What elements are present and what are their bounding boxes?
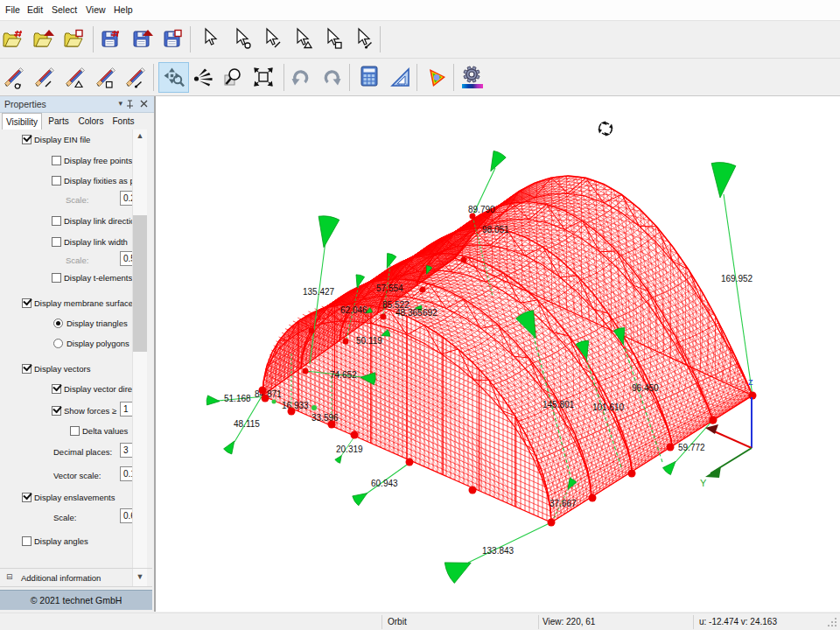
svg-text:692: 692 <box>423 308 438 318</box>
svg-text:89.790: 89.790 <box>468 205 495 214</box>
svg-text:145.801: 145.801 <box>542 400 575 410</box>
svg-text:48.365: 48.365 <box>396 308 423 318</box>
svg-text:60.943: 60.943 <box>371 479 398 488</box>
svg-text:37.667: 37.667 <box>550 499 577 508</box>
svg-text:135.427: 135.427 <box>303 287 335 297</box>
svg-text:133.843: 133.843 <box>482 546 514 556</box>
svg-text:59.772: 59.772 <box>678 443 705 452</box>
svg-text:96.450: 96.450 <box>632 383 659 393</box>
svg-text:57.554: 57.554 <box>376 284 403 293</box>
svg-text:50.119: 50.119 <box>356 336 382 346</box>
svg-text:74.652: 74.652 <box>330 370 357 380</box>
svg-text:20.319: 20.319 <box>336 444 363 454</box>
svg-text:169.952: 169.952 <box>721 274 753 284</box>
svg-text:62.046: 62.046 <box>340 305 368 315</box>
svg-text:33.596: 33.596 <box>312 413 339 423</box>
svg-text:51.168: 51.168 <box>224 394 251 403</box>
svg-text:16.933: 16.933 <box>282 401 309 410</box>
svg-text:Z: Z <box>748 378 753 387</box>
svg-text:Y: Y <box>700 478 707 488</box>
svg-text:101.610: 101.610 <box>592 402 625 412</box>
svg-text:48.115: 48.115 <box>234 419 260 429</box>
svg-text:98.051: 98.051 <box>482 225 509 234</box>
